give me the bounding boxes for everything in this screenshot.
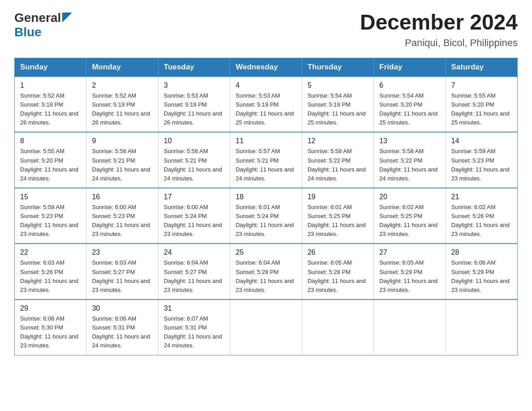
calendar-cell: [230, 300, 302, 355]
calendar-cell: 12 Sunrise: 5:58 AMSunset: 5:22 PMDaylig…: [302, 132, 373, 188]
calendar-cell: 22 Sunrise: 6:03 AMSunset: 5:26 PMDaylig…: [15, 244, 86, 300]
calendar-cell: 23 Sunrise: 6:03 AMSunset: 5:27 PMDaylig…: [86, 244, 158, 300]
day-number: 5: [308, 81, 368, 90]
day-info: Sunrise: 5:53 AMSunset: 5:19 PMDaylight:…: [164, 91, 224, 128]
day-info: Sunrise: 5:54 AMSunset: 5:19 PMDaylight:…: [308, 91, 368, 128]
day-number: 6: [379, 81, 440, 90]
page-header: General Blue December 2024 Paniqui, Bico…: [14, 11, 518, 49]
calendar-cell: 2 Sunrise: 5:52 AMSunset: 5:19 PMDayligh…: [86, 77, 158, 133]
day-info: Sunrise: 5:52 AMSunset: 5:18 PMDaylight:…: [20, 91, 81, 128]
calendar-cell: [446, 300, 517, 355]
day-info: Sunrise: 6:00 AMSunset: 5:23 PMDaylight:…: [92, 203, 152, 239]
day-info: Sunrise: 6:03 AMSunset: 5:27 PMDaylight:…: [92, 258, 152, 295]
day-info: Sunrise: 6:01 AMSunset: 5:25 PMDaylight:…: [308, 203, 368, 239]
day-info: Sunrise: 5:59 AMSunset: 5:23 PMDaylight:…: [20, 203, 81, 239]
day-info: Sunrise: 5:57 AMSunset: 5:21 PMDaylight:…: [236, 147, 296, 183]
calendar-cell: 5 Sunrise: 5:54 AMSunset: 5:19 PMDayligh…: [302, 77, 373, 133]
day-info: Sunrise: 5:58 AMSunset: 5:22 PMDaylight:…: [308, 147, 368, 183]
day-number: 26: [308, 248, 368, 257]
day-number: 12: [308, 137, 368, 145]
week-row-1: 1 Sunrise: 5:52 AMSunset: 5:18 PMDayligh…: [15, 77, 518, 133]
day-info: Sunrise: 6:01 AMSunset: 5:24 PMDaylight:…: [236, 203, 296, 239]
calendar-cell: 31 Sunrise: 6:07 AMSunset: 5:31 PMDaylig…: [158, 300, 230, 355]
logo-general: General: [14, 11, 61, 25]
day-number: 25: [236, 248, 296, 257]
week-row-3: 15 Sunrise: 5:59 AMSunset: 5:23 PMDaylig…: [15, 188, 518, 244]
calendar-cell: 8 Sunrise: 5:55 AMSunset: 5:20 PMDayligh…: [15, 132, 86, 188]
day-info: Sunrise: 6:07 AMSunset: 5:31 PMDaylight:…: [164, 314, 224, 351]
calendar-cell: 19 Sunrise: 6:01 AMSunset: 5:25 PMDaylig…: [302, 188, 373, 244]
week-row-5: 29 Sunrise: 6:06 AMSunset: 5:30 PMDaylig…: [15, 300, 518, 355]
title-section: December 2024 Paniqui, Bicol, Philippine…: [360, 11, 518, 49]
calendar-body: 1 Sunrise: 5:52 AMSunset: 5:18 PMDayligh…: [15, 77, 518, 355]
calendar-cell: 17 Sunrise: 6:00 AMSunset: 5:24 PMDaylig…: [158, 188, 230, 244]
calendar-cell: 11 Sunrise: 5:57 AMSunset: 5:21 PMDaylig…: [230, 132, 302, 188]
calendar-table: SundayMondayTuesdayWednesdayThursdayFrid…: [14, 58, 518, 355]
header-wednesday: Wednesday: [230, 58, 302, 77]
day-info: Sunrise: 6:06 AMSunset: 5:29 PMDaylight:…: [451, 258, 512, 295]
day-number: 22: [20, 248, 81, 257]
location-title: Paniqui, Bicol, Philippines: [360, 37, 518, 49]
day-info: Sunrise: 5:55 AMSunset: 5:20 PMDaylight:…: [20, 147, 81, 183]
calendar-cell: 25 Sunrise: 6:04 AMSunset: 5:28 PMDaylig…: [230, 244, 302, 300]
calendar-cell: [374, 300, 446, 355]
day-number: 24: [164, 248, 224, 257]
calendar-cell: 29 Sunrise: 6:06 AMSunset: 5:30 PMDaylig…: [15, 300, 86, 355]
day-number: 14: [451, 137, 512, 145]
day-info: Sunrise: 6:05 AMSunset: 5:28 PMDaylight:…: [308, 258, 368, 295]
day-number: 20: [379, 193, 440, 201]
calendar-cell: [302, 300, 373, 355]
calendar-cell: 21 Sunrise: 6:02 AMSunset: 5:26 PMDaylig…: [446, 188, 517, 244]
day-number: 23: [92, 248, 152, 257]
logo-blue: Blue: [14, 25, 42, 39]
day-number: 3: [164, 81, 224, 90]
day-info: Sunrise: 5:54 AMSunset: 5:20 PMDaylight:…: [379, 91, 440, 128]
header-thursday: Thursday: [302, 58, 373, 77]
day-info: Sunrise: 6:05 AMSunset: 5:29 PMDaylight:…: [379, 258, 440, 295]
logo: General Blue: [14, 11, 72, 39]
day-number: 17: [164, 193, 224, 201]
calendar-cell: 1 Sunrise: 5:52 AMSunset: 5:18 PMDayligh…: [15, 77, 86, 133]
day-number: 9: [92, 137, 152, 145]
week-row-2: 8 Sunrise: 5:55 AMSunset: 5:20 PMDayligh…: [15, 132, 518, 188]
header-friday: Friday: [374, 58, 446, 77]
day-info: Sunrise: 5:53 AMSunset: 5:19 PMDaylight:…: [236, 91, 296, 128]
calendar-cell: 4 Sunrise: 5:53 AMSunset: 5:19 PMDayligh…: [230, 77, 302, 133]
day-number: 11: [236, 137, 296, 145]
calendar-cell: 26 Sunrise: 6:05 AMSunset: 5:28 PMDaylig…: [302, 244, 373, 300]
day-number: 18: [236, 193, 296, 201]
day-info: Sunrise: 6:00 AMSunset: 5:24 PMDaylight:…: [164, 203, 224, 239]
day-info: Sunrise: 6:02 AMSunset: 5:26 PMDaylight:…: [451, 203, 512, 239]
svg-marker-0: [62, 13, 72, 22]
day-number: 19: [308, 193, 368, 201]
day-info: Sunrise: 6:03 AMSunset: 5:26 PMDaylight:…: [20, 258, 81, 295]
header-saturday: Saturday: [446, 58, 517, 77]
day-number: 10: [164, 137, 224, 145]
calendar-cell: 20 Sunrise: 6:02 AMSunset: 5:25 PMDaylig…: [374, 188, 446, 244]
day-number: 1: [20, 81, 81, 90]
calendar-header: SundayMondayTuesdayWednesdayThursdayFrid…: [15, 58, 518, 77]
day-info: Sunrise: 6:06 AMSunset: 5:31 PMDaylight:…: [92, 314, 152, 351]
day-info: Sunrise: 6:02 AMSunset: 5:25 PMDaylight:…: [379, 203, 440, 239]
header-monday: Monday: [86, 58, 158, 77]
day-number: 31: [164, 304, 224, 313]
calendar-cell: 27 Sunrise: 6:05 AMSunset: 5:29 PMDaylig…: [374, 244, 446, 300]
header-row: SundayMondayTuesdayWednesdayThursdayFrid…: [15, 58, 518, 77]
logo-triangle-icon: [62, 13, 72, 22]
day-info: Sunrise: 6:04 AMSunset: 5:28 PMDaylight:…: [236, 258, 296, 295]
day-number: 21: [451, 193, 512, 201]
calendar-cell: 13 Sunrise: 5:58 AMSunset: 5:22 PMDaylig…: [374, 132, 446, 188]
day-info: Sunrise: 5:55 AMSunset: 5:20 PMDaylight:…: [451, 91, 512, 128]
calendar-cell: 28 Sunrise: 6:06 AMSunset: 5:29 PMDaylig…: [446, 244, 517, 300]
day-number: 4: [236, 81, 296, 90]
day-info: Sunrise: 5:52 AMSunset: 5:19 PMDaylight:…: [92, 91, 152, 128]
calendar-cell: 9 Sunrise: 5:56 AMSunset: 5:21 PMDayligh…: [86, 132, 158, 188]
calendar-cell: 14 Sunrise: 5:59 AMSunset: 5:23 PMDaylig…: [446, 132, 517, 188]
day-info: Sunrise: 5:59 AMSunset: 5:23 PMDaylight:…: [451, 147, 512, 183]
month-title: December 2024: [360, 11, 518, 34]
day-info: Sunrise: 6:06 AMSunset: 5:30 PMDaylight:…: [20, 314, 81, 351]
day-info: Sunrise: 5:58 AMSunset: 5:22 PMDaylight:…: [379, 147, 440, 183]
day-number: 7: [451, 81, 512, 90]
day-number: 29: [20, 304, 81, 313]
calendar-cell: 7 Sunrise: 5:55 AMSunset: 5:20 PMDayligh…: [446, 77, 517, 133]
